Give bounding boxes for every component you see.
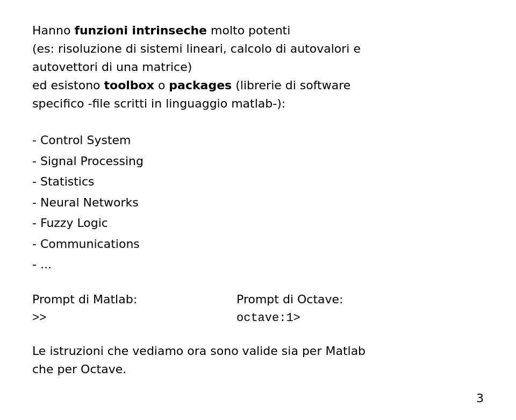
matlab-prompt-block: Prompt di Matlab: >> — [32, 290, 236, 327]
octave-prompt-value: octave:1> — [236, 309, 484, 327]
footer-text: Le istruzioni che vediamo ora sono valid… — [32, 342, 484, 379]
list-item-fuzzy: - Fuzzy Logic — [32, 213, 484, 234]
footer-line1: Le istruzioni che vediamo ora sono valid… — [32, 344, 366, 358]
intro-line5: specifico -file scritti in linguaggio ma… — [32, 97, 285, 110]
intro-line3: autovettori di una matrice) — [32, 60, 192, 74]
page-number: 3 — [476, 391, 484, 405]
list-item-signal: - Signal Processing — [32, 151, 484, 172]
intro-line4: ed esistono toolbox o packages (librerie… — [32, 79, 350, 92]
bold-funzioni: funzioni intrinseche — [74, 24, 207, 37]
matlab-prompt-label: Prompt di Matlab: — [32, 290, 236, 308]
list-section: - Control System - Signal Processing - S… — [32, 130, 484, 275]
matlab-prompt-value: >> — [32, 309, 236, 327]
list-item-ellipsis: - ... — [32, 254, 484, 275]
bold-toolbox: toolbox — [104, 79, 154, 92]
prompts-section: Prompt di Matlab: >> Prompt di Octave: o… — [32, 290, 484, 327]
list-item-neural: - Neural Networks — [32, 193, 484, 213]
octave-prompt-label: Prompt di Octave: — [236, 290, 484, 308]
intro-line2: (es: risoluzione di sistemi lineari, cal… — [32, 42, 361, 55]
page-content: Hanno funzioni intrinseche molto potenti… — [0, 0, 516, 400]
intro-paragraph: Hanno funzioni intrinseche molto potenti… — [32, 22, 484, 113]
list-item-communications: - Communications — [32, 234, 484, 255]
list-item-control: - Control System — [32, 130, 484, 151]
bold-packages: packages — [169, 79, 232, 92]
intro-line1: Hanno funzioni intrinseche molto potenti — [32, 24, 290, 37]
octave-prompt-block: Prompt di Octave: octave:1> — [236, 290, 484, 327]
list-item-statistics: - Statistics — [32, 172, 484, 193]
footer-line2: che per Octave. — [32, 362, 126, 376]
